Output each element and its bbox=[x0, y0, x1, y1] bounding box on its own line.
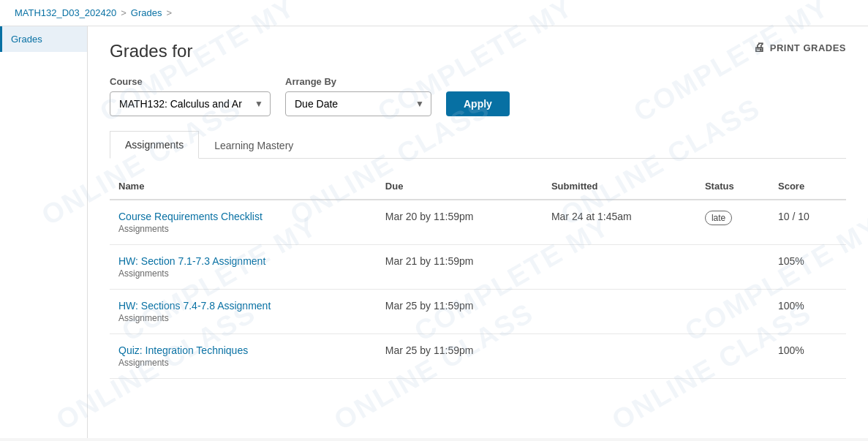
cell-submitted-0: Mar 24 at 1:45am bbox=[543, 200, 696, 245]
breadcrumb-sep1: > bbox=[121, 7, 127, 18]
cell-name-1: HW: Section 7.1-7.3 AssignmentAssignment… bbox=[110, 245, 377, 290]
filters-row: Course MATH132: Calculus and Ar ▼ Arrang… bbox=[110, 76, 846, 116]
page-title: Grades for bbox=[110, 41, 192, 61]
assignment-link-2[interactable]: HW: Sections 7.4-7.8 Assignment bbox=[118, 300, 368, 312]
tabs-row: Assignments Learning Mastery bbox=[110, 131, 846, 159]
course-filter-label: Course bbox=[110, 76, 271, 87]
cell-name-2: HW: Sections 7.4-7.8 AssignmentAssignmen… bbox=[110, 290, 377, 334]
main-content: Grades for 🖨 PRINT GRADES Course MATH132… bbox=[88, 26, 868, 438]
breadcrumb-course-link[interactable]: MATH132_D03_202420 bbox=[15, 7, 116, 18]
cell-score-0: 10 / 10 bbox=[769, 200, 846, 245]
course-filter-group: Course MATH132: Calculus and Ar ▼ bbox=[110, 76, 271, 116]
table-row: Course Requirements ChecklistAssignments… bbox=[110, 200, 846, 245]
table-header-row: Name Due Submitted Status Score bbox=[110, 173, 846, 200]
col-submitted: Submitted bbox=[543, 173, 696, 200]
sidebar-item-grades[interactable]: Grades bbox=[0, 26, 87, 52]
col-due: Due bbox=[377, 173, 543, 200]
grades-table: Name Due Submitted Status Score Course R… bbox=[110, 173, 846, 379]
assignment-link-3[interactable]: Quiz: Integration Techniques bbox=[118, 344, 368, 356]
assignment-type-2: Assignments bbox=[118, 313, 368, 323]
cell-name-3: Quiz: Integration TechniquesAssignments bbox=[110, 334, 377, 379]
cell-score-2: 100% bbox=[769, 290, 846, 334]
cell-due-1: Mar 21 by 11:59pm bbox=[377, 245, 543, 290]
assignment-link-0[interactable]: Course Requirements Checklist bbox=[118, 211, 368, 222]
course-select[interactable]: MATH132: Calculus and Ar bbox=[110, 91, 271, 116]
arrange-filter-group: Arrange By Due Date ▼ bbox=[285, 76, 431, 116]
cell-due-0: Mar 20 by 11:59pm bbox=[377, 200, 543, 245]
cell-due-2: Mar 25 by 11:59pm bbox=[377, 290, 543, 334]
col-name: Name bbox=[110, 173, 377, 200]
table-row: HW: Section 7.1-7.3 AssignmentAssignment… bbox=[110, 245, 846, 290]
breadcrumb-grades-link[interactable]: Grades bbox=[131, 7, 162, 18]
cell-status-3 bbox=[696, 334, 769, 379]
page-header: Grades for 🖨 PRINT GRADES bbox=[110, 41, 846, 61]
col-status: Status bbox=[696, 173, 769, 200]
arrange-select[interactable]: Due Date bbox=[285, 91, 431, 116]
cell-submitted-3 bbox=[543, 334, 696, 379]
tab-assignments[interactable]: Assignments bbox=[110, 131, 199, 159]
assignment-link-1[interactable]: HW: Section 7.1-7.3 Assignment bbox=[118, 255, 368, 267]
late-badge-0: late bbox=[705, 211, 732, 225]
arrange-filter-label: Arrange By bbox=[285, 76, 431, 87]
table-row: HW: Sections 7.4-7.8 AssignmentAssignmen… bbox=[110, 290, 846, 334]
cell-due-3: Mar 25 by 11:59pm bbox=[377, 334, 543, 379]
cell-status-2 bbox=[696, 290, 769, 334]
sidebar: Grades bbox=[0, 26, 88, 438]
assignment-type-0: Assignments bbox=[118, 224, 368, 234]
cell-score-3: 100% bbox=[769, 334, 846, 379]
cell-status-0: late bbox=[696, 200, 769, 245]
col-score: Score bbox=[769, 173, 846, 200]
assignment-type-3: Assignments bbox=[118, 358, 368, 368]
course-select-wrapper: MATH132: Calculus and Ar ▼ bbox=[110, 91, 271, 116]
cell-status-1 bbox=[696, 245, 769, 290]
arrange-select-wrapper: Due Date ▼ bbox=[285, 91, 431, 116]
cell-submitted-1 bbox=[543, 245, 696, 290]
table-row: Quiz: Integration TechniquesAssignmentsM… bbox=[110, 334, 846, 379]
apply-button[interactable]: Apply bbox=[446, 91, 510, 116]
cell-name-0: Course Requirements ChecklistAssignments bbox=[110, 200, 377, 245]
print-grades-button[interactable]: 🖨 PRINT GRADES bbox=[753, 41, 846, 54]
cell-score-1: 105% bbox=[769, 245, 846, 290]
breadcrumb-sep2: > bbox=[166, 7, 172, 18]
breadcrumb: MATH132_D03_202420 > Grades > bbox=[0, 0, 868, 26]
cell-submitted-2 bbox=[543, 290, 696, 334]
printer-icon: 🖨 bbox=[753, 41, 766, 54]
assignment-type-1: Assignments bbox=[118, 268, 368, 279]
tab-learning-mastery[interactable]: Learning Mastery bbox=[199, 131, 309, 159]
